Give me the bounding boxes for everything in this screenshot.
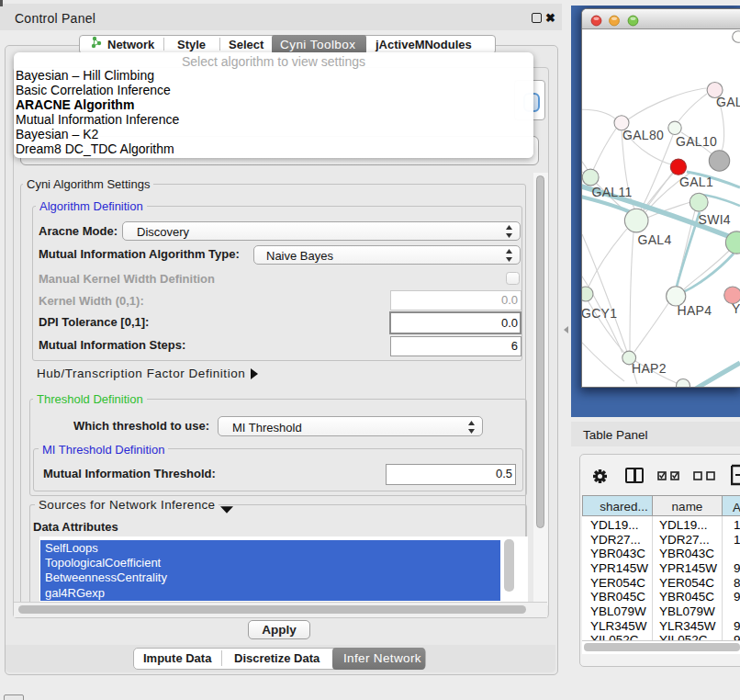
svg-text:GAL2: GAL2 <box>716 95 740 109</box>
svg-text:YP: YP <box>732 301 740 316</box>
svg-text:GCY1: GCY1 <box>582 306 617 321</box>
svg-text:GAL80: GAL80 <box>622 128 664 142</box>
svg-text:HAP2: HAP2 <box>632 361 667 376</box>
svg-text:GAL10: GAL10 <box>676 134 717 149</box>
svg-text:GAL4: GAL4 <box>638 232 672 247</box>
svg-text:GAL11: GAL11 <box>592 185 633 199</box>
svg-text:SWI4: SWI4 <box>699 212 731 227</box>
svg-text:GAL1: GAL1 <box>679 175 713 189</box>
svg-text:HAP4: HAP4 <box>678 303 712 318</box>
